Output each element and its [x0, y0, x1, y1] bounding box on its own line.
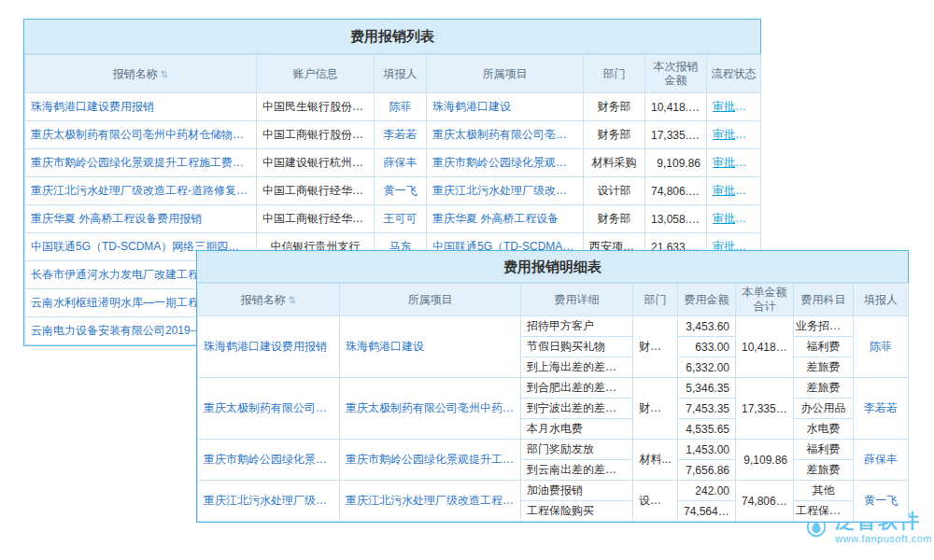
cell-status[interactable]: 审批通过 — [707, 177, 761, 205]
cell-amount: 242.00 — [678, 481, 736, 501]
cell-dept: 财务部 — [584, 205, 645, 233]
column-header-label: 费用金额 — [685, 293, 729, 306]
cell-name[interactable]: 珠海鹤港口建设费用报销 — [25, 93, 257, 121]
cell-name[interactable]: 重庆太极制药有限公司亳州中药材... — [198, 378, 340, 440]
cell-amount: 17,335.35 — [645, 121, 707, 149]
cell-filler[interactable]: 陈菲 — [854, 316, 909, 378]
cell-dept: 设计部 — [633, 481, 678, 522]
cell-project[interactable]: 重庆江北污水处理厂级改造工程-道路修复工 — [340, 481, 521, 522]
cell-detail: 部门奖励发放 — [521, 440, 633, 460]
cell-project[interactable]: 重庆华夏 外高桥工程设备 — [427, 205, 584, 233]
cell-dept: 财务部 — [633, 316, 678, 378]
column-header-label: 部门 — [603, 67, 626, 80]
column-header-dept: 部门 — [633, 284, 678, 316]
column-header-name[interactable]: 报销名称⇅ — [198, 284, 340, 316]
cell-dept: 财务部 — [584, 121, 645, 149]
cell-detail: 到宁波出差的差旅费 — [521, 399, 633, 419]
cell-detail: 招待甲方客户 — [521, 316, 633, 337]
cell-filler[interactable]: 薛保丰 — [375, 149, 427, 177]
cell-project[interactable]: 珠海鹤港口建设 — [427, 93, 584, 121]
cell-filler[interactable]: 黄一飞 — [854, 481, 909, 522]
column-header-amount: 本次报销金额 — [645, 55, 707, 93]
sort-icon[interactable]: ⇅ — [161, 69, 168, 79]
table-row: 重庆江北污水处理厂级改造工程-...重庆江北污水处理厂级改造工程-道路修复工加油… — [198, 481, 909, 501]
cell-amount: 13,058.45 — [645, 205, 707, 233]
column-header-label: 所属项目 — [408, 293, 453, 306]
cell-detail: 到合肥出差的差旅费 — [521, 378, 633, 399]
cell-name[interactable]: 重庆太极制药有限公司亳州中药材仓储物流基地项... — [25, 121, 257, 149]
cell-detail: 节假日购买礼物 — [521, 337, 633, 357]
cell-name[interactable]: 重庆江北污水处理厂级改造工程-道路修复工程费用... — [25, 177, 257, 205]
column-header-label: 费用详细 — [555, 293, 600, 306]
cell-total: 9,109.86 — [736, 440, 794, 481]
cell-dept: 财务部 — [633, 378, 678, 440]
cell-subject: 工程保险费 — [794, 501, 854, 522]
cell-dept: 材料采购 — [584, 149, 645, 177]
cell-project[interactable]: 重庆江北污水处理厂级改造工... — [427, 177, 584, 205]
cell-total: 74,806.00 — [736, 481, 794, 522]
cell-name[interactable]: 重庆江北污水处理厂级改造工程-... — [198, 481, 340, 522]
column-header-label: 所属项目 — [483, 67, 528, 80]
cell-dept: 设计部 — [584, 177, 645, 205]
column-header-name[interactable]: 报销名称⇅ — [25, 55, 257, 93]
cell-amount: 6,332.00 — [678, 357, 736, 378]
cell-filler[interactable]: 黄一飞 — [375, 177, 427, 205]
cell-filler[interactable]: 李若若 — [375, 121, 427, 149]
cell-project[interactable]: 重庆市鹅岭公园绿化景观提升... — [427, 149, 584, 177]
cell-name[interactable]: 重庆市鹅岭公园绿化景观提升工... — [198, 440, 340, 481]
expense-detail-title: 费用报销明细表 — [197, 251, 908, 283]
cell-account: 中国建设银行杭州市上... — [257, 149, 375, 177]
cell-total: 17,335.35 — [736, 378, 794, 440]
cell-detail: 加油费报销 — [521, 481, 633, 501]
cell-dept: 材料... — [633, 440, 678, 481]
column-header-total: 本单金额合计 — [736, 284, 794, 316]
cell-status[interactable]: 审批通过 — [707, 93, 761, 121]
cell-project[interactable]: 重庆太极制药有限公司亳州中药材仓储物流... — [340, 378, 521, 440]
column-header-label: 填报人 — [864, 293, 898, 306]
column-header-label: 报销名称 — [113, 67, 158, 80]
column-header-label: 账户信息 — [293, 67, 338, 80]
cell-amount: 7,453.35 — [678, 399, 736, 419]
cell-filler[interactable]: 薛保丰 — [854, 440, 909, 481]
cell-status[interactable]: 审批通过 — [707, 205, 761, 233]
logo-url: www.fanpusoft.com — [835, 533, 932, 544]
cell-filler[interactable]: 陈菲 — [375, 93, 427, 121]
column-header-label: 报销名称 — [241, 293, 286, 306]
header-row: 报销名称⇅账户信息填报人所属项目部门本次报销金额流程状态 — [25, 55, 761, 93]
column-header-detail: 费用详细 — [521, 284, 633, 316]
cell-project[interactable]: 重庆太极制药有限公司亳州中... — [427, 121, 584, 149]
cell-subject: 差旅费 — [794, 460, 854, 481]
cell-amount: 9,109.86 — [645, 149, 707, 177]
cell-amount: 4,535.65 — [678, 419, 736, 440]
cell-amount: 74,806.00 — [645, 177, 707, 205]
cell-filler[interactable]: 李若若 — [854, 378, 909, 440]
cell-filler[interactable]: 王可可 — [375, 205, 427, 233]
cell-amount: 5,346.35 — [678, 378, 736, 399]
expense-detail-window: 费用报销明细表 报销名称⇅所属项目费用详细部门费用金额本单金额合计费用科目填报人… — [196, 250, 909, 523]
cell-name[interactable]: 重庆华夏 外高桥工程设备费用报销 — [25, 205, 257, 233]
cell-name[interactable]: 重庆市鹅岭公园绿化景观提升工程施工费用报销 — [25, 149, 257, 177]
column-header-filler: 填报人 — [854, 284, 909, 316]
cell-detail: 本月水电费 — [521, 419, 633, 440]
column-header-status: 流程状态 — [707, 55, 761, 93]
column-header-label: 流程状态 — [712, 67, 757, 80]
cell-project[interactable]: 重庆市鹅岭公园绿化景观提升工程施工 — [340, 440, 521, 481]
cell-subject: 福利费 — [794, 337, 854, 357]
cell-amount: 1,453.00 — [678, 440, 736, 460]
cell-detail: 到云南出差的差旅费 — [521, 460, 633, 481]
table-row: 重庆市鹅岭公园绿化景观提升工程施工费用报销中国建设银行杭州市上...薛保丰重庆市… — [25, 149, 761, 177]
cell-status[interactable]: 审批通过 — [707, 149, 761, 177]
cell-amount: 10,418.60 — [645, 93, 707, 121]
cell-amount: 3,453.60 — [678, 316, 736, 337]
cell-subject: 办公用品 — [794, 399, 854, 419]
cell-status[interactable]: 审批通过 — [707, 121, 761, 149]
column-header-label: 部门 — [644, 293, 667, 306]
cell-project[interactable]: 珠海鹤港口建设 — [340, 316, 521, 378]
cell-name[interactable]: 珠海鹤港口建设费用报销 — [198, 316, 340, 378]
cell-amount: 74,564.00 — [678, 501, 736, 522]
cell-subject: 差旅费 — [794, 357, 854, 378]
sort-icon[interactable]: ⇅ — [289, 295, 296, 305]
table-row: 重庆太极制药有限公司亳州中药材仓储物流基地项...中国工商银行股份有限...李若… — [25, 121, 761, 149]
cell-subject: 业务招待费 — [794, 316, 854, 337]
cell-subject: 福利费 — [794, 440, 854, 460]
